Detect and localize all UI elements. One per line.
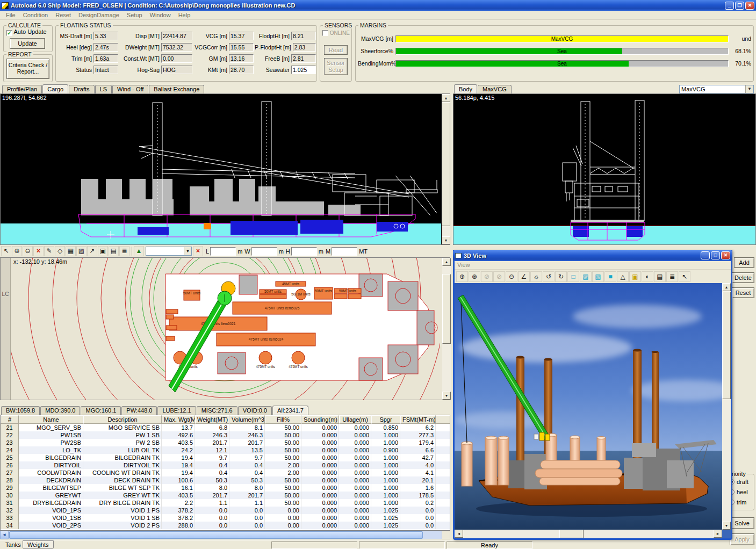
restore-button[interactable]: ❐	[735, 2, 744, 10]
tab-wind-off[interactable]: Wind - Off	[112, 85, 148, 93]
solve-button[interactable]: Solve	[730, 517, 754, 529]
3d-view-title-bar[interactable]: 3D View _ □ ✕	[453, 250, 732, 261]
grid-add-icon[interactable]: ▨	[76, 246, 87, 256]
col-header-name[interactable]: Name	[19, 415, 83, 424]
pointer-icon[interactable]: ↖	[1, 246, 11, 256]
plan-view-pane[interactable]: LC x: -132.10 y: 18.46m	[0, 257, 450, 400]
seawater-value[interactable]: 1.025	[291, 66, 316, 74]
tank-tab-misc-271-6[interactable]: MISC:271.6	[197, 406, 237, 415]
3d-maximize-button[interactable]: □	[711, 251, 720, 259]
apply-button[interactable]: Apply	[730, 533, 754, 545]
plan-vscrollbar[interactable]: ▲ ▼	[442, 258, 451, 400]
profile-view-pane[interactable]: 196.287f, 54.662	[0, 93, 450, 245]
tab-weights[interactable]: Weights	[23, 540, 54, 549]
close-button[interactable]: ✕	[745, 2, 754, 10]
lights-icon[interactable]: ☼	[530, 271, 542, 282]
tab-body[interactable]: Body	[454, 84, 477, 93]
3d-minimize-button[interactable]: _	[701, 251, 710, 259]
col-header-weight-mt[interactable]: Weight(MT)	[195, 415, 229, 424]
delete-icon[interactable]: ×	[193, 246, 203, 256]
cube-solid-icon[interactable]: ■	[604, 271, 616, 282]
minimize-button[interactable]: _	[725, 2, 734, 10]
menu-setup[interactable]: Setup	[123, 11, 146, 19]
tank-tab-bw-1059-8[interactable]: BW:1059.8	[1, 406, 40, 415]
delete-icon[interactable]: ×	[33, 246, 44, 256]
tab-drafts[interactable]: Drafts	[69, 85, 94, 93]
3d-menu-view[interactable]: View	[457, 262, 470, 268]
table-row[interactable]: 21MGO_SERV_SBMGO SERVICE SB13.76.88.150.…	[1, 424, 450, 431]
menu-condition[interactable]: Condition	[19, 11, 52, 19]
auto-update-checkbox[interactable]: ✓	[6, 30, 12, 36]
notebook-icon[interactable]: ▤	[654, 271, 666, 282]
profile-vscrollbar[interactable]: ▲ ▼	[442, 94, 450, 244]
tank-tab-mdo-390-0[interactable]: MDO:390.0	[40, 406, 80, 415]
cube-wireframe-icon[interactable]: □	[567, 271, 579, 282]
view-select-dropdown[interactable]: MaxVCG ▼	[679, 85, 754, 93]
rotate-icon[interactable]: ⊘	[493, 271, 505, 282]
menu-help[interactable]: Help	[175, 11, 195, 19]
col-header-spgr[interactable]: Spgr	[371, 415, 400, 424]
3d-view-menu[interactable]: View	[455, 261, 731, 270]
tank-tab-pw-448-0[interactable]: PW:448.0	[121, 406, 157, 415]
cube-hidden-line-icon[interactable]: ▨	[580, 271, 592, 282]
table-row[interactable]: 31DRYBILGEDRAINDRY BILGE DRAIN TK2.21.11…	[1, 499, 450, 507]
material-color-icon[interactable]: ▣	[629, 271, 641, 282]
col-header-description[interactable]: Description	[83, 415, 162, 424]
cone-icon[interactable]: ▲	[134, 246, 144, 256]
orbit-vertical-icon[interactable]: ↻	[555, 271, 567, 282]
tank-tab-void-0-0[interactable]: VOID:0.0	[238, 406, 272, 415]
tank-tab-lube-12-1[interactable]: LUBE:12.1	[157, 406, 196, 415]
tank-tab-mgo-160-1[interactable]: MGO:160.1	[81, 406, 121, 415]
col-header-fill[interactable]: Fill%	[265, 415, 301, 424]
dim-h-input[interactable]	[291, 247, 317, 256]
menu-window[interactable]: Window	[146, 11, 175, 19]
body-view-pane[interactable]: 56.184p, 4.415	[453, 93, 756, 245]
scroll-left-icon[interactable]: ◄	[0, 531, 9, 539]
3d-viewport[interactable]: ▲ ▼ ◄ ►	[455, 283, 731, 538]
menu-designdamage[interactable]: DesignDamage	[75, 11, 123, 19]
table-row[interactable]: 25BILGEDRAINBILGEDRAIN TK19.49.79.750.00…	[1, 454, 450, 461]
table-row[interactable]: 24LO_TKLUB OIL TK24.212.113.550.000.0000…	[1, 446, 450, 454]
read-button[interactable]: Read	[324, 45, 348, 55]
render-sphere-icon[interactable]: ◐	[642, 271, 653, 282]
sensor-setup-button[interactable]: Sensor Setup	[324, 58, 348, 75]
menu-reset[interactable]: Reset	[52, 11, 75, 19]
dim-w-input[interactable]	[251, 247, 277, 256]
tab-profile-plan[interactable]: Profile/Plan	[2, 85, 42, 93]
cargo-item-dropdown[interactable]: ▼	[146, 247, 192, 256]
pan-icon[interactable]: ⊘	[481, 271, 493, 282]
online-checkbox[interactable]	[322, 30, 328, 36]
delete-button[interactable]: Delete	[732, 272, 754, 283]
edit-icon[interactable]: ✎	[44, 246, 54, 256]
table-row[interactable]: 26DIRTYOILDIRTYOIL TK19.40.40.42.000.000…	[1, 461, 450, 469]
3d-hscrollbar[interactable]: ◄ ►	[455, 530, 722, 538]
chevron-down-icon[interactable]: ▼	[184, 247, 191, 255]
table-row[interactable]: 22PW1SBPW 1 SB492.6246.3246.350.000.0000…	[1, 431, 450, 439]
table-row[interactable]: 23PW2SBPW 2 SB403.5201.7201.750.000.0000…	[1, 439, 450, 446]
view-angle-icon[interactable]: ∠	[518, 271, 530, 282]
col-header-[interactable]: #	[1, 415, 19, 424]
tab-maxvcg[interactable]: MaxVCG	[478, 85, 512, 93]
table-hscrollbar[interactable]: ◄ ►	[0, 531, 450, 539]
3d-vscrollbar[interactable]: ▲ ▼	[722, 283, 731, 530]
image-icon[interactable]: ▣	[98, 246, 108, 256]
tab-ballast-exchange[interactable]: Ballast Exchange	[149, 85, 204, 93]
col-header-sounding-m[interactable]: Sounding(m)	[301, 415, 339, 424]
polygon-icon[interactable]: ◇	[55, 246, 65, 256]
col-header-volume-m-3[interactable]: Volume(m^3)	[229, 415, 265, 424]
hscroll-thumb[interactable]	[9, 531, 423, 539]
table-row[interactable]: 28DECKDRAINDECK DRAIN TK100.650.350.350.…	[1, 476, 450, 484]
tab-cargo[interactable]: Cargo	[42, 84, 68, 93]
tank-tab-all-2341-7[interactable]: All:2341.7	[272, 406, 308, 415]
tab-tanks[interactable]: Tanks	[2, 541, 24, 548]
tab-ls[interactable]: LS	[95, 85, 112, 93]
zoom-in-icon[interactable]: ⊕	[456, 271, 468, 282]
zoom-out-icon[interactable]: ⊖	[506, 271, 517, 282]
table-row[interactable]: 30GREYWTGREY WT TK403.5201.7201.750.000.…	[1, 492, 450, 499]
zoom-out-icon[interactable]: ⊖	[23, 246, 33, 256]
3d-close-button[interactable]: ✕	[721, 251, 730, 259]
col-header-fsmt-mt-m[interactable]: FSMt(MT-m)	[400, 415, 436, 424]
dim-m-input[interactable]	[332, 247, 357, 256]
print-icon[interactable]: ≣	[119, 246, 129, 256]
table-row[interactable]: 32VOID_1PSVOID 1 PS378.20.00.00.000.0000…	[1, 507, 450, 514]
